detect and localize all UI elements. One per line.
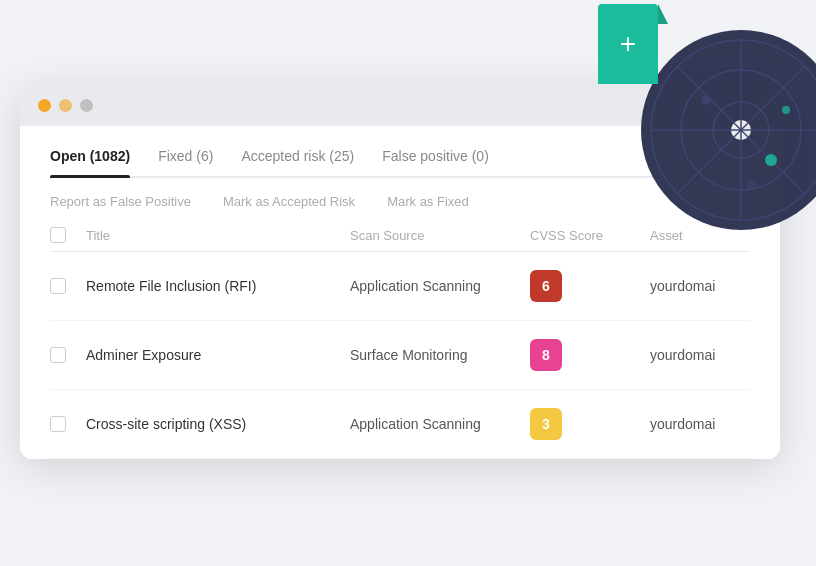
svg-point-9 xyxy=(701,95,711,105)
svg-point-12 xyxy=(746,180,756,190)
scene: + Open (1082) Fixed (6) Accepted risk (2… xyxy=(0,0,816,566)
vulnerabilities-table: Title Scan Source CVSS Score Asset Remot… xyxy=(50,219,750,459)
row-cvss-1: 6 xyxy=(530,270,650,302)
row-asset-2: yourdomai xyxy=(650,347,750,363)
row-cvss-3: 3 xyxy=(530,408,650,440)
mark-fixed-button[interactable]: Mark as Fixed xyxy=(387,194,469,209)
tab-false-positive[interactable]: False positive (0) xyxy=(382,148,489,176)
mark-accepted-risk-button[interactable]: Mark as Accepted Risk xyxy=(223,194,355,209)
row-asset-1: yourdomai xyxy=(650,278,750,294)
row-title-2: Adminer Exposure xyxy=(86,347,350,363)
row-rfi: Remote File Inclusion (RFI) Application … xyxy=(50,252,750,320)
tab-open[interactable]: Open (1082) xyxy=(50,148,130,176)
row-xss: Cross-site scripting (XSS) Application S… xyxy=(50,390,750,458)
tab-accepted-risk[interactable]: Accepted risk (25) xyxy=(241,148,354,176)
cvss-badge-2: 8 xyxy=(530,339,562,371)
svg-point-11 xyxy=(782,106,790,114)
row-source-1: Application Scanning xyxy=(350,278,530,294)
row-checkbox-1[interactable] xyxy=(50,278,86,294)
row-checkbox-2[interactable] xyxy=(50,347,86,363)
row-source-2: Surface Monitoring xyxy=(350,347,530,363)
table-row: Cross-site scripting (XSS) Application S… xyxy=(50,390,750,459)
row-title-3: Cross-site scripting (XSS) xyxy=(86,416,350,432)
table-row: Adminer Exposure Surface Monitoring 8 yo… xyxy=(50,321,750,390)
window-dot-red xyxy=(38,99,51,112)
row-checkbox-3[interactable] xyxy=(50,416,86,432)
cvss-badge-3: 3 xyxy=(530,408,562,440)
tab-fixed[interactable]: Fixed (6) xyxy=(158,148,213,176)
row-title-1: Remote File Inclusion (RFI) xyxy=(86,278,350,294)
cvss-badge-1: 6 xyxy=(530,270,562,302)
row-asset-3: yourdomai xyxy=(650,416,750,432)
report-false-positive-button[interactable]: Report as False Positive xyxy=(50,194,191,209)
row-source-3: Application Scanning xyxy=(350,416,530,432)
window-dot-yellow xyxy=(59,99,72,112)
svg-point-10 xyxy=(765,154,777,166)
header-checkbox[interactable] xyxy=(50,227,86,243)
plus-icon: + xyxy=(620,30,636,58)
header-title: Title xyxy=(86,228,350,243)
table-row: Remote File Inclusion (RFI) Application … xyxy=(50,252,750,321)
header-scan-source: Scan Source xyxy=(350,228,530,243)
window-dot-green xyxy=(80,99,93,112)
row-cvss-2: 8 xyxy=(530,339,650,371)
row-adminer: Adminer Exposure Surface Monitoring 8 yo… xyxy=(50,321,750,389)
plus-card[interactable]: + xyxy=(598,4,658,84)
